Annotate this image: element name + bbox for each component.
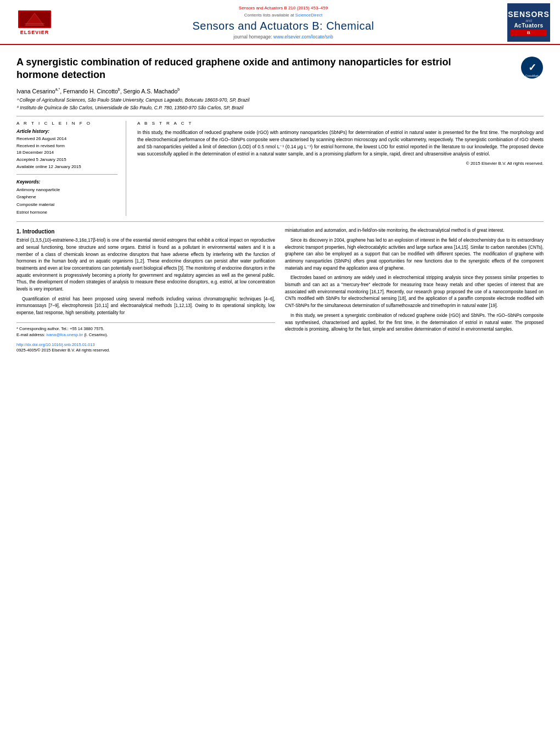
crossmark-logo: ✓ CrossMark <box>520 56 544 79</box>
body-para-6: In this study, we present a synergistic … <box>285 313 544 333</box>
separator-line <box>16 116 544 116</box>
accepted-date: Accepted 5 January 2015 <box>16 157 117 164</box>
body-para-3: miniaturisation and automation, and in-f… <box>285 227 544 235</box>
article-content: A synergistic combination of reduced gra… <box>0 45 560 358</box>
body-para-2: Quantification of estriol has been propo… <box>16 296 275 317</box>
affiliation-a: ᵃ College of Agricultural Sciences, São … <box>16 97 544 104</box>
svg-text:CrossMark: CrossMark <box>525 74 539 77</box>
elsevier-logo-box <box>18 10 51 28</box>
body-para-4: Since its discovery in 2004, graphene ha… <box>285 237 544 272</box>
footnote-email-address[interactable]: ivana@fca.unesp.br <box>46 332 83 337</box>
received-revised-label: Received in revised form <box>16 143 117 150</box>
info-separator <box>16 174 117 175</box>
revised-date: 18 December 2014 <box>16 149 117 157</box>
journal-header: ELSEVIER Sensors and Actuators B 210 (20… <box>0 0 560 45</box>
keyword-1: Antimony nanoparticle <box>16 186 117 194</box>
journal-title: Sensors and Actuators B: Chemical <box>65 20 502 32</box>
header-cite: Sensors and Actuators B 210 (2015) 453–4… <box>65 5 502 10</box>
sensors-and-text: and <box>525 19 532 23</box>
article-history-title: Article history: <box>16 129 117 134</box>
body-left-col: 1. Introduction Estriol (1,3,5,(10)-estr… <box>16 227 275 353</box>
body-para-5: Electrodes based on antimony are widely … <box>285 275 544 310</box>
sciencedirect-link[interactable]: ScienceDirect <box>295 13 322 18</box>
body-separator <box>16 221 544 222</box>
keywords-section: Keywords: Antimony nanoparticle Graphene… <box>16 179 117 216</box>
footnote-email: E-mail address: ivana@fca.unesp.br (I. C… <box>16 332 275 338</box>
footnote-corresponding: * Corresponding author. Tel.: +55 14 388… <box>16 326 275 332</box>
issn-text: 0925-4005/© 2015 Elsevier B.V. All right… <box>16 348 275 353</box>
body-right-col: miniaturisation and automation, and in-f… <box>285 227 544 353</box>
sensors-b-text: B <box>511 30 547 36</box>
keywords-title: Keywords: <box>16 179 117 185</box>
body-columns: 1. Introduction Estriol (1,3,5,(10)-estr… <box>16 227 544 353</box>
header-center: Sensors and Actuators B 210 (2015) 453–4… <box>59 4 507 41</box>
copyright: © 2015 Elsevier B.V. All rights reserved… <box>137 161 544 166</box>
article-info-abstract: A R T I C L E I N F O Article history: R… <box>16 121 544 216</box>
keyword-2: Graphene <box>16 193 117 201</box>
journal-homepage: journal homepage: www.elsevier.com/locat… <box>65 34 502 40</box>
sciencedirect-notice: Contents lists available at ScienceDirec… <box>65 13 502 18</box>
abstract-text: In this study, the modification of reduc… <box>137 129 544 158</box>
doi-link[interactable]: http://dx.doi.org/10.1016/j.snb.2015.01.… <box>16 342 275 347</box>
intro-heading: 1. Introduction <box>16 228 275 235</box>
body-para-1: Estriol (1,3,5,(10)-estratriene-3,16α,17… <box>16 237 275 293</box>
sensors-logo: SENSORS and AcTuators B <box>507 3 550 42</box>
article-info-col: A R T I C L E I N F O Article history: R… <box>16 121 126 216</box>
footnote-section: * Corresponding author. Tel.: +55 14 388… <box>16 322 275 353</box>
footnote-email-name: (I. Cesarino). <box>84 332 108 337</box>
authors: Ivana Cesarinoa,*, Fernando H. Cincottob… <box>16 87 544 94</box>
footnote-email-label: E-mail address: <box>16 332 45 337</box>
received-date: Received 26 August 2014 <box>16 136 117 143</box>
affiliation-b: ᵇ Instituto de Química de São Carlos, Un… <box>16 104 544 111</box>
elsevier-logo: ELSEVIER <box>10 10 59 35</box>
available-online-date: Available online 12 January 2015 <box>16 164 117 171</box>
abstract-col: A B S T R A C T In this study, the modif… <box>137 121 544 216</box>
abstract-label: A B S T R A C T <box>137 121 544 126</box>
keyword-4: Estriol hormone <box>16 209 117 216</box>
article-info-label: A R T I C L E I N F O <box>16 121 117 126</box>
body-right-text: miniaturisation and automation, and in-f… <box>285 227 544 333</box>
affiliations: ᵃ College of Agricultural Sciences, São … <box>16 97 544 111</box>
homepage-url[interactable]: www.elsevier.com/locate/snb <box>273 34 333 40</box>
keyword-3: Composite material <box>16 201 117 209</box>
article-title: A synergistic combination of reduced gra… <box>16 56 467 82</box>
sensors-actuators-text: AcTuators <box>514 23 543 29</box>
article-title-section: A synergistic combination of reduced gra… <box>16 56 544 82</box>
body-left-text: Estriol (1,3,5,(10)-estratriene-3,16α,17… <box>16 237 275 317</box>
svg-text:✓: ✓ <box>528 62 536 73</box>
sensors-big-text: SENSORS <box>508 10 549 19</box>
elsevier-text: ELSEVIER <box>20 30 49 35</box>
